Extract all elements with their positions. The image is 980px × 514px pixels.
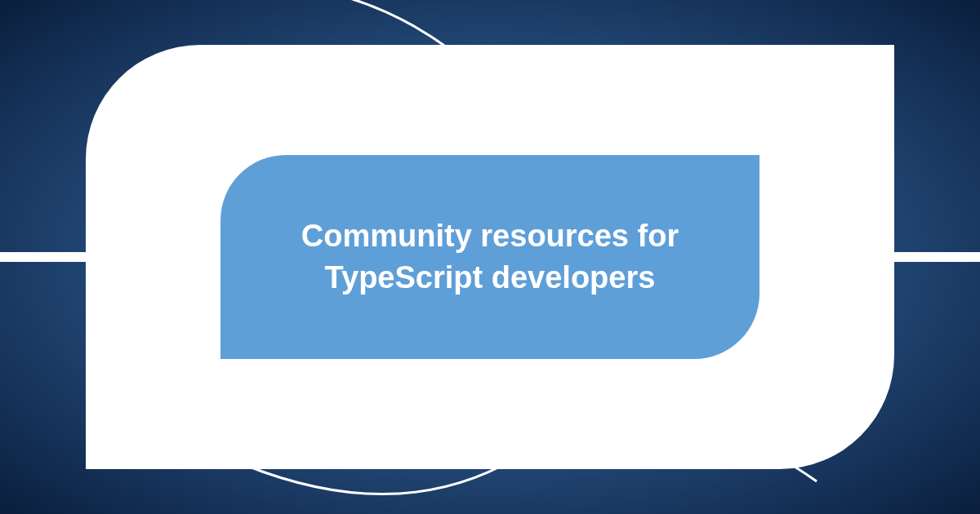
- inner-card: Community resources for TypeScript devel…: [220, 155, 760, 359]
- page-title: Community resources for TypeScript devel…: [270, 215, 710, 299]
- outer-card: Community resources for TypeScript devel…: [86, 45, 894, 469]
